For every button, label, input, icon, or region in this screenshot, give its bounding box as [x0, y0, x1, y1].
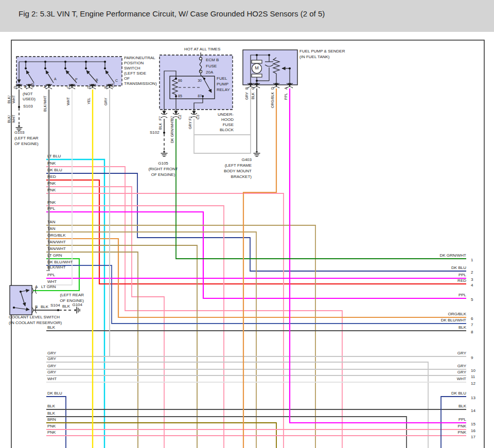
left-wire-color-label: WHT: [47, 377, 57, 381]
diagram-label: F7: [158, 116, 162, 120]
diagram-label: FUEL PUMP & SENDER: [299, 49, 345, 53]
wire-tan-wht: [46, 245, 197, 448]
diagram-label: (RIGHT FRONT: [148, 167, 178, 171]
junction-dot: [203, 78, 205, 80]
junction-dot: [202, 95, 204, 97]
diagram-label: BLK/: [7, 96, 11, 103]
diagram-label: D: [13, 86, 17, 88]
screenshot-root: Fig 2: 5.3L VIN T, Engine Performance Ci…: [0, 0, 494, 448]
diagram-label: C2: [31, 83, 34, 87]
diagram-label: C1: [111, 83, 115, 87]
right-wire-number: 3: [471, 278, 473, 282]
right-wire-color-label: DK BLU: [404, 266, 466, 270]
right-wire-color-label: GRY: [404, 370, 466, 374]
diagram-label: (LEFT REAR: [14, 136, 39, 140]
diagram-label: S103: [23, 104, 33, 109]
junction-dot: [256, 54, 258, 56]
left-wire-color-label: GRY: [47, 351, 56, 355]
right-wire-number: 2: [471, 271, 473, 275]
diagram-label: (IN COOLANT RESERVOIR): [9, 321, 62, 325]
left-wire-color-label: WHT: [47, 280, 57, 284]
ground-symbol: [254, 151, 260, 156]
right-wire-color-label: PPL: [404, 293, 466, 297]
diagram-label: GRY: [104, 98, 108, 105]
junction-dot: [57, 309, 59, 311]
right-wire-number: 9: [471, 356, 473, 360]
wire-tan: [46, 232, 256, 448]
left-wire-color-label: GRY: [47, 364, 56, 368]
diagram-label: C2: [178, 115, 182, 119]
diagram-label: A: [284, 87, 288, 89]
right-wire-color-label: ORG/BLK: [404, 312, 466, 316]
right-wire-number: 6: [471, 317, 473, 321]
right-wire-color-label: PNK: [404, 424, 466, 428]
diagram-label: WHT: [12, 95, 15, 103]
diagram-label: PARK/NEUTRAL: [124, 56, 155, 60]
junction-dot: [18, 106, 20, 108]
diagram-label: YEL: [87, 98, 91, 104]
diagram-label: D: [271, 87, 274, 89]
left-wire-color-label: PNK: [47, 424, 56, 428]
diagram-label: BLOCK: [172, 128, 234, 132]
junction-dot: [64, 61, 66, 63]
diagram-label: B: [35, 305, 38, 309]
diagram-label: A: [43, 86, 47, 88]
ground-symbol: [161, 151, 168, 156]
wire-blk: [46, 417, 407, 448]
right-wire-number: 11: [471, 375, 475, 379]
left-wire-color-label: PNK: [47, 162, 56, 166]
diagram-label: (NOT: [23, 92, 33, 96]
diagram-label: PPL: [284, 93, 288, 100]
diagram-label: PUMP: [217, 82, 228, 86]
diagram-label: OF ENGINE): [14, 142, 39, 146]
right-wire-color-label: DK BLU/WHT: [404, 318, 466, 322]
left-wire-color-label: PNK: [47, 188, 56, 192]
right-wire-number: 15: [471, 422, 475, 426]
left-wire-color-label: DK BLU/WHT: [47, 260, 73, 264]
ground-symbol: [74, 307, 80, 314]
junction-dot: [13, 307, 15, 309]
diagram-label: B: [245, 87, 249, 89]
left-wire-color-label: GRY: [47, 370, 56, 374]
diagram-label: A: [24, 86, 27, 88]
diagram-label: (LEFT SIDE: [124, 71, 146, 76]
junction-dot: [104, 67, 106, 69]
diagram-label: P: [75, 78, 78, 81]
left-wire-color-label: TAN/WHT: [47, 240, 66, 244]
left-wire-color-label: TAN: [47, 220, 55, 224]
diagram-label: TRANSMISSION): [124, 82, 157, 86]
diagram-label: FUEL: [217, 77, 227, 81]
diagram-label: C: [66, 86, 70, 88]
diagram-label: OF ENGINE): [22, 299, 84, 303]
diagram-label: S102: [150, 131, 160, 135]
diagram-label: OF ENGINE): [151, 173, 175, 177]
left-wire-color-label: RED: [47, 175, 56, 179]
junction-dot: [163, 132, 165, 134]
diagram-label: HOT AT ALL TIMES: [184, 47, 220, 51]
right-wire-number: 13: [471, 396, 475, 400]
junction-dot: [44, 61, 46, 63]
motor-brush: [252, 74, 262, 77]
left-wire-color-label: BLK: [47, 411, 55, 416]
diagram-label: LT GRN: [41, 285, 56, 289]
left-wire-color-label: LT BLU: [47, 154, 61, 158]
diagram-label: G403: [190, 158, 252, 162]
diagram-label: COOLANT LEVEL SWITCH: [9, 315, 60, 319]
junction-dot: [64, 67, 66, 69]
diagram-label: BLK: [158, 123, 162, 130]
left-wire-color-label: TAN/WHT: [47, 247, 66, 251]
wire-gry: [46, 362, 428, 448]
diagram-label: A: [54, 77, 57, 81]
diagram-label: GRY: [245, 92, 249, 100]
junction-dot: [25, 61, 27, 63]
left-wire-color-label: PNK: [47, 431, 56, 435]
motor-brush: [252, 60, 262, 63]
diagram-label: BLK: [41, 305, 48, 309]
right-wire-number: 5: [471, 298, 473, 302]
left-wire-color-label: PPL: [47, 273, 55, 277]
diagram-label: B: [104, 86, 108, 88]
diagram-label: B: [96, 78, 98, 82]
right-wire-number: 1: [471, 258, 473, 262]
diagram-label: DK GRN/WHT: [170, 120, 174, 143]
junction-dot: [20, 291, 22, 293]
